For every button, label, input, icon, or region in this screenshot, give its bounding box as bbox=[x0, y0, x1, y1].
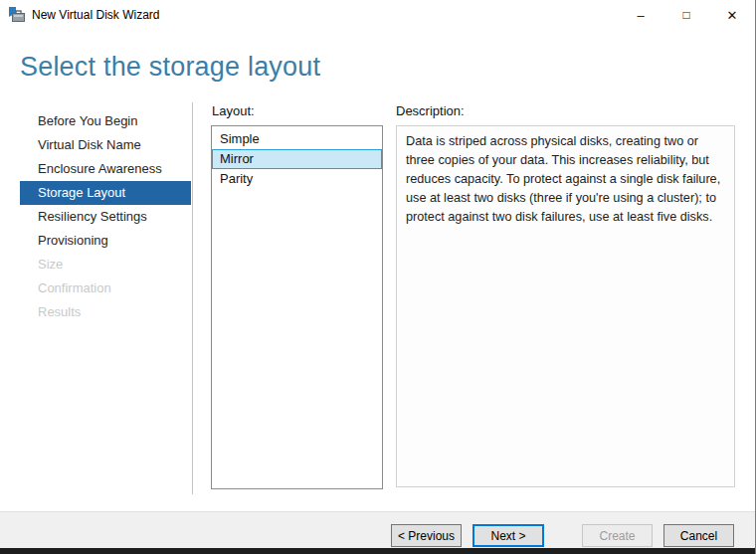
server-manager-icon bbox=[9, 7, 25, 23]
layout-option-mirror[interactable]: Mirror bbox=[212, 149, 382, 169]
wizard-window: New Virtual Disk Wizard – □ ✕ Select the… bbox=[0, 0, 756, 554]
layout-option-parity[interactable]: Parity bbox=[212, 169, 382, 189]
description-label: Description: bbox=[396, 103, 465, 118]
title-bar: New Virtual Disk Wizard – □ ✕ bbox=[0, 0, 755, 30]
sidebar-item-confirmation: Confirmation bbox=[20, 277, 191, 300]
previous-button[interactable]: < Previous bbox=[391, 524, 462, 547]
layout-label: Layout: bbox=[212, 103, 255, 118]
sidebar-item-before-you-begin[interactable]: Before You Begin bbox=[20, 109, 191, 133]
window-title: New Virtual Disk Wizard bbox=[32, 8, 159, 22]
layout-listbox[interactable]: Simple Mirror Parity bbox=[211, 125, 383, 489]
sidebar-item-storage-layout[interactable]: Storage Layout bbox=[20, 181, 191, 205]
wizard-steps-sidebar: Before You Begin Virtual Disk Name Enclo… bbox=[20, 109, 191, 324]
window-controls: – □ ✕ bbox=[618, 0, 755, 30]
window-bottom-edge bbox=[0, 548, 755, 554]
sidebar-item-provisioning[interactable]: Provisioning bbox=[20, 229, 191, 253]
next-button[interactable]: Next > bbox=[472, 524, 544, 547]
sidebar-item-results: Results bbox=[20, 300, 191, 324]
footer-bar: < Previous Next > Create Cancel bbox=[0, 511, 755, 549]
close-button[interactable]: ✕ bbox=[709, 0, 755, 30]
cancel-button[interactable]: Cancel bbox=[663, 524, 734, 547]
layout-option-simple[interactable]: Simple bbox=[212, 129, 382, 149]
minimize-button[interactable]: – bbox=[618, 0, 663, 30]
sidebar-item-size: Size bbox=[20, 253, 191, 277]
create-button[interactable]: Create bbox=[582, 524, 653, 547]
page-title: Select the storage layout bbox=[20, 52, 320, 83]
sidebar-item-resiliency-settings[interactable]: Resiliency Settings bbox=[20, 205, 191, 229]
sidebar-item-enclosure-awareness[interactable]: Enclosure Awareness bbox=[20, 157, 191, 181]
sidebar-item-virtual-disk-name[interactable]: Virtual Disk Name bbox=[20, 133, 191, 157]
sidebar-divider bbox=[192, 102, 193, 494]
description-text: Data is striped across physical disks, c… bbox=[396, 125, 735, 487]
maximize-button[interactable]: □ bbox=[663, 0, 709, 30]
